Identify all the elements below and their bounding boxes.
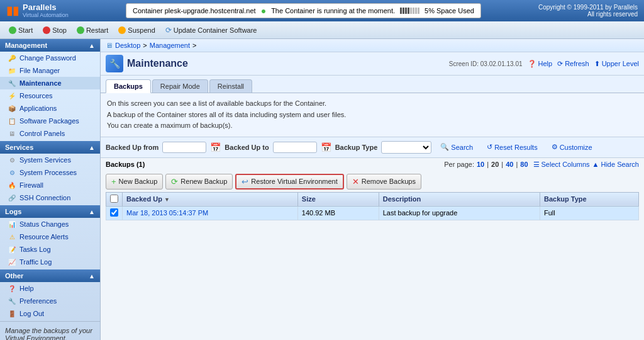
firewall-icon: 🔥 bbox=[8, 181, 16, 190]
sidebar-item-help[interactable]: ❓ Help bbox=[0, 282, 100, 295]
remove-icon: ✕ bbox=[352, 177, 359, 186]
restart-button[interactable]: Restart bbox=[73, 25, 112, 35]
sidebar-item-system-processes[interactable]: ⚙ System Processes bbox=[0, 166, 100, 179]
renew-backup-button[interactable]: ⟳ Renew Backup bbox=[165, 174, 233, 190]
stop-button[interactable]: Stop bbox=[39, 25, 70, 35]
sidebar-section-other: Other ▲ ❓ Help 🔧 Preferences 🚪 Log Out bbox=[0, 269, 100, 320]
stop-icon bbox=[43, 26, 50, 34]
filter-bar: Backed Up from 📅 Backed Up to 📅 Backup T… bbox=[101, 137, 644, 158]
resources-icon: ⚡ bbox=[8, 91, 16, 100]
suspend-icon bbox=[118, 26, 126, 34]
restore-virtual-environment-button[interactable]: ↩ Restore Virtual Environment bbox=[235, 174, 343, 190]
select-columns-icon: ☰ bbox=[533, 161, 540, 169]
col-backup-type[interactable]: Backup Type bbox=[540, 192, 638, 206]
status-dot: ● bbox=[261, 6, 266, 16]
control-panels-icon: 🖥 bbox=[8, 129, 16, 138]
preferences-icon: 🔧 bbox=[8, 297, 16, 305]
tab-reinstall[interactable]: Reinstall bbox=[209, 79, 252, 93]
services-collapse-icon[interactable]: ▲ bbox=[89, 144, 95, 151]
refresh-link[interactable]: ⟳ Refresh bbox=[557, 60, 589, 68]
new-backup-button[interactable]: + New Backup bbox=[106, 174, 163, 190]
help-circle-icon: ❓ bbox=[528, 60, 536, 68]
logo: ▮▮ Parallels Virtual Automation bbox=[6, 3, 69, 18]
tab-backups[interactable]: Backups bbox=[106, 79, 151, 93]
sidebar-item-firewall[interactable]: 🔥 Firewall bbox=[0, 179, 100, 191]
customize-button[interactable]: ⚙ Customize bbox=[547, 142, 597, 152]
start-icon bbox=[9, 26, 16, 34]
reset-results-button[interactable]: ↺ Reset Results bbox=[482, 142, 542, 152]
sidebar-other-header[interactable]: Other ▲ bbox=[0, 269, 100, 282]
sidebar-item-status-changes[interactable]: 📊 Status Changes bbox=[0, 218, 100, 230]
sidebar-item-file-manager[interactable]: 📁 File Manager bbox=[0, 64, 100, 77]
breadcrumb-desktop[interactable]: Desktop bbox=[115, 42, 140, 49]
sidebar-item-preferences[interactable]: 🔧 Preferences bbox=[0, 295, 100, 307]
row-checkbox[interactable] bbox=[110, 208, 118, 217]
sidebar-item-control-panels[interactable]: 🖥 Control Panels bbox=[0, 127, 100, 140]
reset-icon: ↺ bbox=[487, 143, 492, 151]
sidebar-item-software-packages[interactable]: 📋 Software Packages bbox=[0, 115, 100, 127]
ssh-icon: 🔗 bbox=[8, 193, 16, 202]
hide-search-link[interactable]: ▲ Hide Search bbox=[592, 161, 639, 168]
system-services-icon: ⚙ bbox=[8, 156, 16, 164]
sidebar-item-resource-alerts[interactable]: ⚠ Resource Alerts bbox=[0, 230, 100, 243]
sidebar-item-system-services[interactable]: ⚙ System Services bbox=[0, 154, 100, 166]
backed-up-to-input[interactable] bbox=[273, 142, 317, 153]
backed-up-link[interactable]: Mar 18, 2013 05:14:37 PM bbox=[126, 209, 208, 217]
description-cell: Last backup for upgrade bbox=[379, 206, 540, 220]
sidebar-item-logout[interactable]: 🚪 Log Out bbox=[0, 307, 100, 320]
logs-collapse-icon[interactable]: ▲ bbox=[89, 208, 95, 215]
toolbar: Start Stop Restart Suspend ⟳ Update Cont… bbox=[0, 21, 644, 39]
start-button[interactable]: Start bbox=[5, 25, 36, 35]
restart-icon bbox=[77, 26, 84, 34]
backed-up-from-label: Backed Up from bbox=[106, 144, 158, 151]
per-page-80[interactable]: 80 bbox=[520, 161, 528, 168]
table-actions: ☰ Select Columns ▲ Hide Search bbox=[533, 161, 639, 169]
upper-level-link[interactable]: ⬆ Upper Level bbox=[594, 60, 639, 68]
sidebar-management-header[interactable]: Management ▲ bbox=[0, 39, 100, 52]
select-all-checkbox-header[interactable] bbox=[106, 192, 123, 206]
backups-count: Backups (1) bbox=[106, 161, 145, 168]
search-button[interactable]: 🔍 Search bbox=[435, 142, 478, 152]
sidebar-item-change-password[interactable]: 🔑 Change Password bbox=[0, 52, 100, 64]
help-link[interactable]: ❓ Help bbox=[528, 60, 553, 68]
tab-repair-mode[interactable]: Repair Mode bbox=[152, 79, 208, 93]
row-checkbox-cell[interactable] bbox=[106, 206, 123, 220]
date-picker-from-icon[interactable]: 📅 bbox=[210, 142, 221, 152]
update-icon: ⟳ bbox=[165, 26, 172, 35]
per-page-20[interactable]: 20 bbox=[491, 161, 499, 168]
sidebar-item-traffic-log[interactable]: 📈 Traffic Log bbox=[0, 256, 100, 268]
sidebar-logs-header[interactable]: Logs ▲ bbox=[0, 205, 100, 218]
page-icon: 🔧 bbox=[106, 55, 123, 72]
select-all-checkbox[interactable] bbox=[110, 195, 118, 203]
sidebar-item-applications[interactable]: 📦 Applications bbox=[0, 102, 100, 115]
sidebar-item-ssh-connection[interactable]: 🔗 SSH Connection bbox=[0, 191, 100, 204]
select-columns-link[interactable]: ☰ Select Columns bbox=[533, 161, 590, 169]
remove-backups-button[interactable]: ✕ Remove Backups bbox=[347, 174, 421, 190]
table-header-row: Backed Up ▼ Size Description Backup Type bbox=[106, 192, 639, 206]
sidebar-item-tasks-log[interactable]: 📝 Tasks Log bbox=[0, 243, 100, 256]
backups-table: Backed Up ▼ Size Description Backup Type… bbox=[106, 192, 639, 220]
sidebar-item-maintenance[interactable]: 🔧 Maintenance bbox=[0, 77, 100, 89]
per-page-40[interactable]: 40 bbox=[506, 161, 513, 168]
sidebar-services-header[interactable]: Services ▲ bbox=[0, 141, 100, 154]
update-button[interactable]: ⟳ Update Container Software bbox=[162, 25, 261, 36]
suspend-button[interactable]: Suspend bbox=[114, 25, 158, 35]
sidebar: Management ▲ 🔑 Change Password 📁 File Ma… bbox=[0, 39, 101, 340]
backed-up-cell: Mar 18, 2013 05:14:37 PM bbox=[123, 206, 298, 220]
other-collapse-icon[interactable]: ▲ bbox=[89, 273, 95, 280]
sidebar-item-resources[interactable]: ⚡ Resources bbox=[0, 89, 100, 102]
management-collapse-icon[interactable]: ▲ bbox=[89, 42, 95, 49]
col-size[interactable]: Size bbox=[297, 192, 379, 206]
breadcrumb-management[interactable]: Management bbox=[150, 42, 190, 49]
tasks-log-icon: 📝 bbox=[8, 245, 16, 254]
applications-icon: 📦 bbox=[8, 104, 16, 113]
col-description[interactable]: Description bbox=[379, 192, 540, 206]
backup-type-select[interactable]: Full Incremental bbox=[381, 141, 431, 154]
backed-up-from-input[interactable] bbox=[162, 142, 206, 153]
tabs-bar: Backups Repair Mode Reinstall bbox=[101, 76, 644, 93]
backup-type-label: Backup Type bbox=[335, 144, 378, 151]
per-page-10[interactable]: 10 bbox=[477, 161, 484, 168]
space-used: 5% Space Used bbox=[425, 7, 474, 14]
date-picker-to-icon[interactable]: 📅 bbox=[321, 142, 331, 152]
col-backed-up[interactable]: Backed Up ▼ bbox=[123, 192, 298, 206]
